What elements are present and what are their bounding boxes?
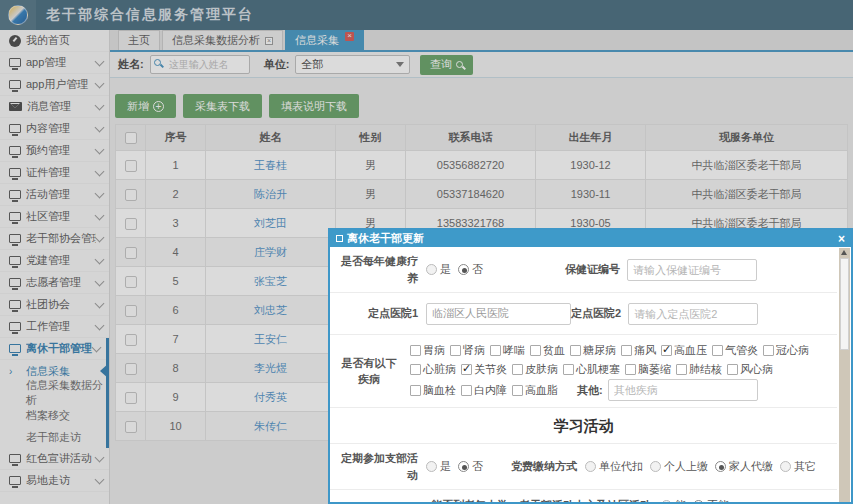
radio-icon (426, 461, 437, 472)
section-learning: 学习活动 (330, 408, 837, 444)
checkbox-label: 关节炎 (474, 362, 507, 377)
radio-icon (780, 461, 791, 472)
form-row-health: 是否每年健康疗养 是否 保健证编号 (330, 247, 837, 293)
radio-label: 个人上缴 (664, 459, 708, 474)
radio-不能[interactable]: 不能 (693, 498, 729, 504)
checkbox-胃病[interactable]: 胃病 (410, 343, 445, 358)
checkbox-label: 贫血 (543, 343, 565, 358)
checkbox-label: 高血压 (674, 343, 707, 358)
radio-个人上缴[interactable]: 个人上缴 (650, 459, 708, 474)
radio-label: 单位代扣 (599, 459, 643, 474)
checkbox-icon (410, 364, 421, 375)
window-icon (336, 235, 343, 242)
radio-label: 否 (472, 459, 483, 474)
checkbox-冠心病[interactable]: 冠心病 (763, 343, 809, 358)
radio-label: 不能 (707, 498, 729, 504)
checkbox-icon (625, 364, 636, 375)
radio-单位代扣[interactable]: 单位代扣 (585, 459, 643, 474)
radio-icon (426, 264, 437, 275)
radio-label: 其它 (794, 459, 816, 474)
form-row-branch-fee: 定期参加支部活动 是否 党费缴纳方式 单位代扣个人上缴家人代缴其它 (330, 444, 837, 490)
checkbox-高血脂[interactable]: 高血脂 (512, 383, 558, 398)
health-card-label: 保健证编号 (565, 261, 620, 278)
checkbox-icon (661, 345, 672, 356)
checkbox-高血压[interactable]: 高血压 (661, 343, 707, 358)
checkbox-心肌梗塞[interactable]: 心肌梗塞 (563, 362, 620, 377)
checkbox-label: 心脏病 (423, 362, 456, 377)
checkbox-气管炎[interactable]: 气管炎 (712, 343, 758, 358)
branch-radio-group: 是否 (426, 459, 490, 474)
checkbox-关节炎[interactable]: 关节炎 (461, 362, 507, 377)
checkbox-白内障[interactable]: 白内障 (461, 383, 507, 398)
attend-label: 能否到老年大学、老干部活动中心及社区活动 (431, 497, 651, 504)
checkbox-label: 脑萎缩 (638, 362, 671, 377)
disease-checkbox-group: 胃病肾病哮喘贫血糖尿病痛风高血压气管炎冠心病心脏病关节炎皮肤病心肌梗塞脑萎缩肺结… (410, 341, 829, 401)
close-icon[interactable]: × (838, 234, 845, 244)
checkbox-icon (490, 345, 501, 356)
checkbox-肾病[interactable]: 肾病 (450, 343, 485, 358)
checkbox-脑血栓[interactable]: 脑血栓 (410, 383, 456, 398)
modal-title-bar[interactable]: 离休老干部更新 × (330, 230, 851, 247)
radio-是[interactable]: 是 (426, 262, 451, 277)
checkbox-icon (563, 364, 574, 375)
checkbox-label: 心肌梗塞 (576, 362, 620, 377)
branch-label: 定期参加支部活动 (338, 450, 418, 483)
fee-label: 党费缴纳方式 (511, 458, 577, 475)
checkbox-icon (410, 345, 421, 356)
scrollbar-thumb[interactable] (840, 258, 849, 350)
radio-label: 是 (440, 262, 451, 277)
health-card-input[interactable] (627, 259, 757, 281)
checkbox-皮肤病[interactable]: 皮肤病 (512, 362, 558, 377)
disease-label: 是否有以下疾病 (338, 355, 400, 388)
checkbox-icon (410, 385, 421, 396)
checkbox-label: 胃病 (423, 343, 445, 358)
modal-body: 是否每年健康疗养 是否 保健证编号 定点医院1 定点医院2 是否有以下疾病 胃病… (330, 247, 851, 504)
checkbox-icon (621, 345, 632, 356)
radio-否[interactable]: 否 (458, 459, 483, 474)
checkbox-icon (763, 345, 774, 356)
hospital1-input[interactable] (426, 303, 571, 325)
checkbox-icon (570, 345, 581, 356)
checkbox-痛风[interactable]: 痛风 (621, 343, 656, 358)
checkbox-icon (676, 364, 687, 375)
radio-否[interactable]: 否 (458, 262, 483, 277)
checkbox-label: 痛风 (634, 343, 656, 358)
radio-icon (458, 264, 469, 275)
checkbox-label: 肾病 (463, 343, 485, 358)
checkbox-label: 气管炎 (725, 343, 758, 358)
radio-icon (458, 461, 469, 472)
checkbox-脑萎缩[interactable]: 脑萎缩 (625, 362, 671, 377)
hospital2-input[interactable] (628, 303, 758, 325)
radio-icon (661, 500, 672, 504)
form-row-diseases: 是否有以下疾病 胃病肾病哮喘贫血糖尿病痛风高血压气管炎冠心病心脏病关节炎皮肤病心… (330, 335, 837, 408)
other-disease-label: 其他: (577, 383, 603, 398)
checkbox-label: 糖尿病 (583, 343, 616, 358)
fee-radio-group: 单位代扣个人上缴家人代缴其它 (585, 459, 823, 474)
radio-icon (715, 461, 726, 472)
attend-radio-group: 能不能 (661, 498, 736, 504)
form-row-hospitals: 定点医院1 定点医院2 (330, 293, 837, 335)
checkbox-icon (512, 364, 523, 375)
form-row-attend: 能否到老年大学、老干部活动中心及社区活动 能不能 (330, 490, 837, 504)
checkbox-贫血[interactable]: 贫血 (530, 343, 565, 358)
radio-label: 否 (472, 262, 483, 277)
radio-家人代缴[interactable]: 家人代缴 (715, 459, 773, 474)
checkbox-心脏病[interactable]: 心脏病 (410, 362, 456, 377)
checkbox-糖尿病[interactable]: 糖尿病 (570, 343, 616, 358)
radio-是[interactable]: 是 (426, 459, 451, 474)
health-radio-group: 是否 (426, 262, 490, 277)
checkbox-label: 风心病 (740, 362, 773, 377)
radio-label: 家人代缴 (729, 459, 773, 474)
checkbox-label: 肺结核 (689, 362, 722, 377)
checkbox-label: 皮肤病 (525, 362, 558, 377)
modal-scrollbar[interactable] (839, 248, 850, 504)
radio-其它[interactable]: 其它 (780, 459, 816, 474)
scroll-up-icon[interactable] (841, 250, 847, 255)
checkbox-icon (727, 364, 738, 375)
other-disease-input[interactable] (608, 379, 758, 401)
checkbox-哮喘[interactable]: 哮喘 (490, 343, 525, 358)
checkbox-风心病[interactable]: 风心病 (727, 362, 773, 377)
radio-能[interactable]: 能 (661, 498, 686, 504)
checkbox-icon (450, 345, 461, 356)
checkbox-肺结核[interactable]: 肺结核 (676, 362, 722, 377)
